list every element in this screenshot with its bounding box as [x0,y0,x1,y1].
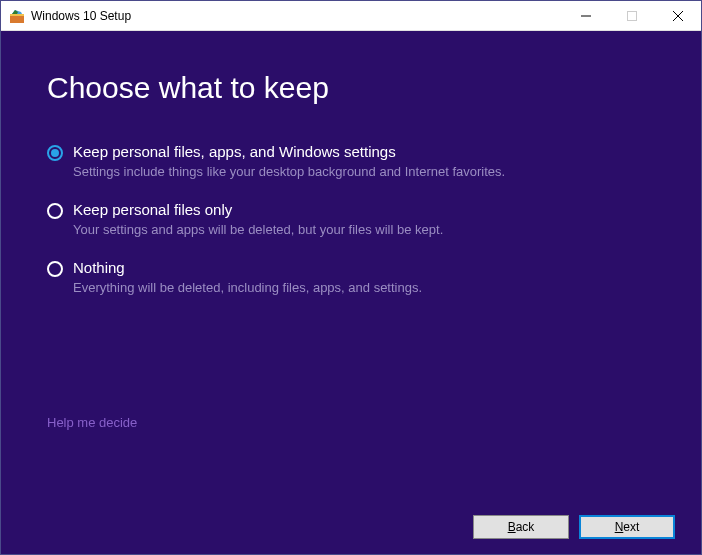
option-nothing: Nothing Everything will be deleted, incl… [47,259,655,295]
app-icon [9,8,25,24]
close-button[interactable] [655,1,701,30]
option-text: Keep personal files, apps, and Windows s… [73,143,505,179]
svg-rect-1 [10,14,24,16]
back-button[interactable]: Back [473,515,569,539]
setup-window: Windows 10 Setup Choose what to keep Kee… [0,0,702,555]
option-label[interactable]: Keep personal files, apps, and Windows s… [73,143,505,160]
option-text: Nothing Everything will be deleted, incl… [73,259,422,295]
option-label[interactable]: Nothing [73,259,422,276]
option-label[interactable]: Keep personal files only [73,201,443,218]
content-area: Choose what to keep Keep personal files,… [1,31,701,500]
minimize-button[interactable] [563,1,609,30]
window-controls [563,1,701,30]
back-button-label: Back [508,520,535,534]
radio-keep-files[interactable] [47,203,63,219]
footer: Back Next [1,500,701,554]
option-desc: Everything will be deleted, including fi… [73,280,422,295]
option-desc: Settings include things like your deskto… [73,164,505,179]
window-title: Windows 10 Setup [31,9,563,23]
next-button-label: Next [615,520,640,534]
options-group: Keep personal files, apps, and Windows s… [47,143,655,295]
page-heading: Choose what to keep [47,71,655,105]
option-desc: Your settings and apps will be deleted, … [73,222,443,237]
option-keep-files: Keep personal files only Your settings a… [47,201,655,237]
option-text: Keep personal files only Your settings a… [73,201,443,237]
next-button[interactable]: Next [579,515,675,539]
maximize-button [609,1,655,30]
radio-keep-all[interactable] [47,145,63,161]
option-keep-all: Keep personal files, apps, and Windows s… [47,143,655,179]
help-link[interactable]: Help me decide [47,415,137,430]
titlebar: Windows 10 Setup [1,1,701,31]
svg-rect-3 [628,11,637,20]
radio-nothing[interactable] [47,261,63,277]
